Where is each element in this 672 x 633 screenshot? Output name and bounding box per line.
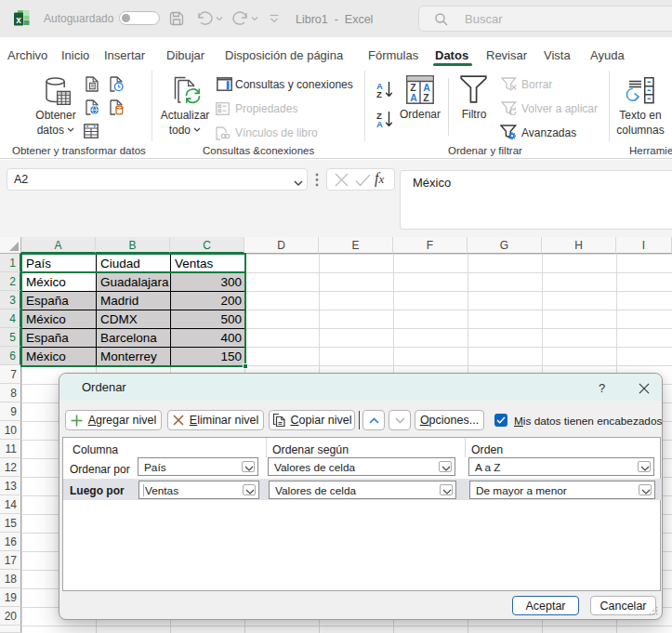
svg-text:Z: Z — [376, 89, 382, 99]
svg-text:Z: Z — [423, 92, 429, 103]
svg-text:A: A — [410, 92, 417, 103]
svg-text:A: A — [376, 119, 383, 128]
svg-text:x: x — [16, 15, 21, 25]
